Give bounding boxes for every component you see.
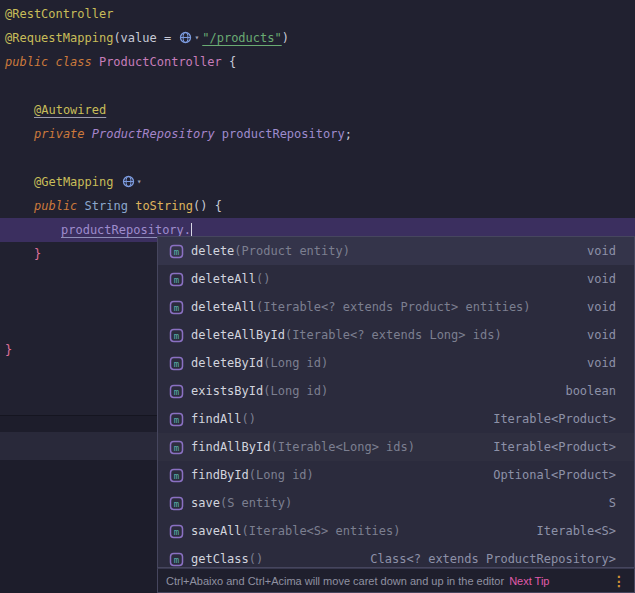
completion-method-params: (Product entity) xyxy=(234,244,350,258)
attr-token: value xyxy=(121,31,157,45)
completion-method-params: () xyxy=(256,272,270,286)
method-name-token: toString xyxy=(135,199,193,213)
class-name-token: ProductController xyxy=(99,55,222,69)
completion-item[interactable]: msave(S entity)S xyxy=(158,489,634,517)
completion-method-name: deleteById xyxy=(191,356,263,370)
completion-method-name: save xyxy=(191,496,220,510)
completion-return-type: Class<? extends ProductRepository> xyxy=(358,552,616,566)
completion-method-params: (S entity) xyxy=(220,496,292,510)
annotation-token: @RestController xyxy=(5,7,113,21)
svg-text:m: m xyxy=(174,275,179,285)
completion-method-params: (Iterable<? extends Product> entities) xyxy=(256,300,531,314)
completion-return-type: void xyxy=(575,328,616,342)
completion-return-type: Iterable<Product> xyxy=(481,440,616,454)
completion-item[interactable]: mgetClass()Class<? extends ProductReposi… xyxy=(158,545,634,568)
completion-return-type: Optional<Product> xyxy=(481,468,616,482)
hint-text: Ctrl+Abaixo and Ctrl+Acima will move car… xyxy=(166,575,504,587)
completion-return-type: void xyxy=(575,244,616,258)
code-line[interactable]: public String toString() { xyxy=(0,194,635,218)
completion-method-name: saveAll xyxy=(191,524,242,538)
field-name-token: productRepository xyxy=(215,127,345,141)
completion-item[interactable]: mfindById(Long id)Optional<Product> xyxy=(158,461,634,489)
completion-item[interactable]: mexistsById(Long id)boolean xyxy=(158,377,634,405)
code-line[interactable] xyxy=(0,74,635,98)
paren-token: ( xyxy=(113,31,120,45)
completion-item[interactable]: mdeleteAll()void xyxy=(158,265,634,293)
completion-method-name: findAll xyxy=(191,412,242,426)
svg-text:m: m xyxy=(174,443,179,453)
completion-return-type: S xyxy=(597,496,616,510)
completion-method-params: (Iterable<Long> ids) xyxy=(270,440,415,454)
completion-return-type: void xyxy=(575,356,616,370)
completion-return-type: boolean xyxy=(553,384,616,398)
completion-hint-bar: Ctrl+Abaixo and Ctrl+Acima will move car… xyxy=(157,568,635,593)
text-caret xyxy=(191,223,192,236)
paren-token: ) xyxy=(282,31,289,45)
keyword-token: public xyxy=(34,199,85,213)
svg-text:m: m xyxy=(174,387,179,397)
method-icon: m xyxy=(169,384,184,399)
keyword-token: public class xyxy=(5,55,99,69)
method-icon: m xyxy=(169,356,184,371)
method-icon: m xyxy=(169,440,184,455)
completion-item[interactable]: mdeleteById(Long id)void xyxy=(158,349,634,377)
method-icon: m xyxy=(169,496,184,511)
code-line[interactable]: private ProductRepository productReposit… xyxy=(0,122,635,146)
completion-method-name: findAllById xyxy=(191,440,270,454)
completion-method-params: () xyxy=(249,552,263,566)
completion-return-type: Iterable<Product> xyxy=(481,412,616,426)
code-line[interactable]: @Autowired xyxy=(0,98,635,122)
code-line[interactable]: @RequestMapping(value = ▾"/products") xyxy=(0,26,635,50)
reference-token: productRepository. xyxy=(61,223,191,237)
completion-list: mdelete(Product entity)voidmdeleteAll()v… xyxy=(158,237,634,568)
code-line[interactable]: @GetMapping ▾ xyxy=(0,170,635,194)
method-icon: m xyxy=(169,412,184,427)
completion-popup[interactable]: mdelete(Product entity)voidmdeleteAll()v… xyxy=(157,236,635,568)
type-token: ProductRepository xyxy=(92,127,215,141)
svg-text:m: m xyxy=(174,247,179,257)
annotation-token: @RequestMapping xyxy=(5,31,113,45)
string-token[interactable]: "/products" xyxy=(202,31,281,45)
completion-method-name: getClass xyxy=(191,552,249,566)
completion-item[interactable]: mdeleteAllById(Iterable<? extends Long> … xyxy=(158,321,634,349)
method-icon: m xyxy=(169,244,184,259)
kebab-menu-icon[interactable]: ⋮ xyxy=(612,573,626,589)
completion-method-params: (Iterable<S> entities) xyxy=(242,524,401,538)
svg-text:m: m xyxy=(174,527,179,537)
completion-item[interactable]: mfindAll()Iterable<Product> xyxy=(158,405,634,433)
completion-method-params: (Iterable<? extends Long> ids) xyxy=(285,328,502,342)
chevron-down-icon[interactable]: ▾ xyxy=(194,33,199,42)
svg-text:m: m xyxy=(174,331,179,341)
completion-item[interactable]: mdeleteAll(Iterable<? extends Product> e… xyxy=(158,293,634,321)
brace-token: { xyxy=(222,55,236,69)
chevron-down-icon[interactable]: ▾ xyxy=(137,177,142,186)
svg-text:m: m xyxy=(174,555,179,565)
method-icon: m xyxy=(169,300,184,315)
tool-window-band xyxy=(0,432,157,460)
method-icon: m xyxy=(169,272,184,287)
completion-method-name: delete xyxy=(191,244,234,258)
completion-item[interactable]: mfindAllById(Iterable<Long> ids)Iterable… xyxy=(158,433,634,461)
completion-method-params: (Long id) xyxy=(249,468,314,482)
completion-item[interactable]: msaveAll(Iterable<S> entities)Iterable<S… xyxy=(158,517,634,545)
completion-item[interactable]: mdelete(Product entity)void xyxy=(158,237,634,265)
type-token: String xyxy=(85,199,136,213)
completion-method-name: deleteAllById xyxy=(191,328,285,342)
method-icon: m xyxy=(169,552,184,567)
brace-token: } xyxy=(34,247,41,261)
completion-return-type: Iterable<S> xyxy=(525,524,616,538)
endpoint-globe-icon[interactable] xyxy=(179,28,192,52)
code-line[interactable]: public class ProductController { xyxy=(0,50,635,74)
completion-return-type: void xyxy=(575,300,616,314)
code-line[interactable]: @RestController xyxy=(0,2,635,26)
method-icon: m xyxy=(169,468,184,483)
endpoint-globe-icon[interactable] xyxy=(122,172,135,196)
keyword-token: private xyxy=(34,127,92,141)
completion-method-params: () xyxy=(242,412,256,426)
next-tip-link[interactable]: Next Tip xyxy=(509,575,549,587)
brace-token: } xyxy=(5,343,12,357)
operator-token: = xyxy=(157,31,179,45)
completion-method-params: (Long id) xyxy=(263,356,328,370)
code-line[interactable] xyxy=(0,146,635,170)
svg-text:m: m xyxy=(174,359,179,369)
